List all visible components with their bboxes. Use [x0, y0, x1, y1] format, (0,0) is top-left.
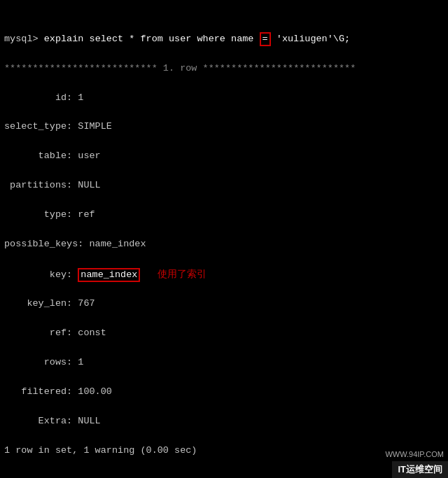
field-key-1: key: name_index 使用了索引	[4, 267, 444, 283]
terminal-window: mysql> explain select * from user where …	[0, 0, 448, 478]
watermark-url: WWW.94IP.COM	[385, 450, 444, 458]
operator-eq: =	[260, 32, 271, 46]
field-extra-1: Extra: NULL	[4, 414, 444, 429]
field-id-1: id: 1	[4, 91, 444, 106]
command-text-1: explain select * from user where name	[44, 34, 260, 44]
field-ref-1: ref: const	[4, 326, 444, 341]
key-value-1: name_index	[78, 268, 140, 282]
command-text-1b: 'xuliugen'\G;	[271, 34, 350, 44]
field-filtered-1: filtered: 100.00	[4, 385, 444, 400]
field-table-1: table: user	[4, 149, 444, 164]
field-type-1: type: ref	[4, 208, 444, 223]
command-line-1: mysql> explain select * from user where …	[4, 32, 444, 47]
footer-1: 1 row in set, 1 warning (0.00 sec)	[4, 444, 444, 458]
field-key-len-1: key_len: 767	[4, 297, 444, 311]
field-possible-keys-1: possible_keys: name_index	[4, 237, 444, 252]
prompt-1: mysql>	[4, 34, 44, 44]
field-partitions-1: partitions: NULL	[4, 178, 444, 193]
annotation-1: 使用了索引	[158, 268, 206, 279]
separator-1: *************************** 1. row *****…	[4, 62, 444, 76]
field-select-type-1: select_type: SIMPLE	[4, 120, 444, 134]
blank-1	[4, 473, 444, 479]
field-rows-1: rows: 1	[4, 356, 444, 370]
watermark-bottom: IT运维空间	[392, 461, 448, 478]
watermark-brand: IT运维空间	[392, 461, 448, 478]
